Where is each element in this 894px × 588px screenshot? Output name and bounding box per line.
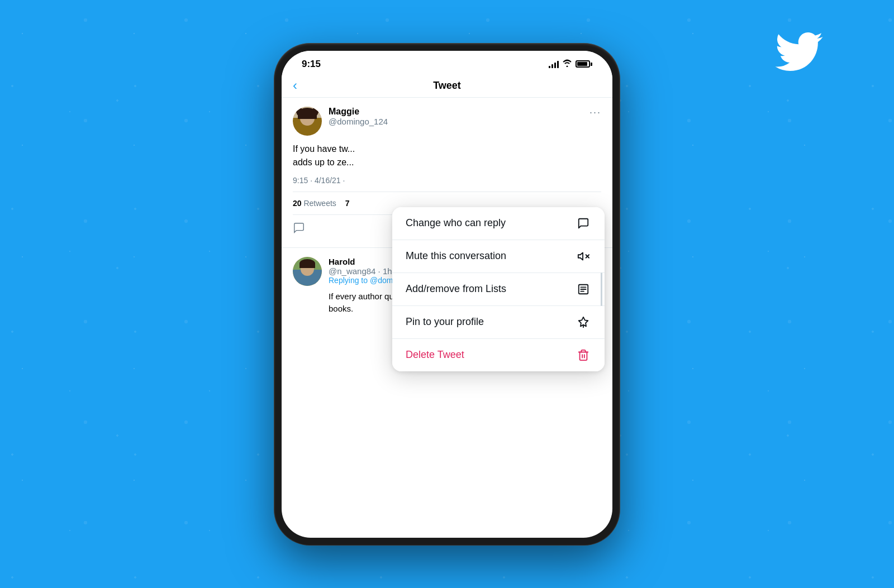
tweet-meta: 9:15 · 4/16/21 · <box>293 176 601 192</box>
likes-stat: 7 <box>345 199 350 208</box>
user-name: Maggie <box>329 107 583 117</box>
tweet-header: Maggie @domingo_124 ··· <box>293 107 601 136</box>
back-button[interactable]: ‹ <box>293 78 297 93</box>
user-info: Maggie @domingo_124 <box>329 107 583 126</box>
twitter-logo <box>771 28 827 75</box>
phone-case: 9:15 <box>274 43 620 546</box>
mute-conversation-menu-item[interactable]: Mute this conversation <box>392 240 605 273</box>
add-remove-lists-label: Add/remove from Lists <box>406 283 506 295</box>
page-title: Tweet <box>433 80 461 92</box>
add-remove-lists-menu-item[interactable]: Add/remove from Lists <box>392 273 605 306</box>
avatar <box>293 107 322 136</box>
battery-icon <box>576 60 592 68</box>
retweets-stat: 20 Retweets <box>293 199 336 208</box>
reply-icon <box>576 217 591 230</box>
list-icon <box>576 283 591 295</box>
pin-icon <box>576 316 591 328</box>
mute-conversation-label: Mute this conversation <box>406 250 506 262</box>
status-bar: 9:15 <box>282 51 612 74</box>
phone-device: 9:15 <box>274 43 620 546</box>
status-time: 9:15 <box>302 59 321 70</box>
context-menu: Change who can reply Mute this conversat… <box>392 207 605 371</box>
more-button[interactable]: ··· <box>589 107 601 118</box>
delete-tweet-label: Delete Tweet <box>406 349 464 361</box>
change-reply-menu-item[interactable]: Change who can reply <box>392 207 605 240</box>
navigation-bar: ‹ Tweet <box>282 74 612 98</box>
reply-action-button[interactable] <box>293 222 305 234</box>
pin-profile-label: Pin to your profile <box>406 316 484 328</box>
mute-icon <box>576 250 591 262</box>
svg-marker-0 <box>578 252 583 260</box>
delete-tweet-menu-item[interactable]: Delete Tweet <box>392 339 605 371</box>
phone-screen: 9:15 <box>282 51 612 538</box>
user-handle: @domingo_124 <box>329 117 583 126</box>
status-icons <box>549 59 592 69</box>
signal-icon <box>549 60 559 68</box>
wifi-icon <box>562 59 572 69</box>
pin-profile-menu-item[interactable]: Pin to your profile <box>392 306 605 339</box>
reply-avatar <box>293 257 322 286</box>
trash-icon <box>576 349 591 361</box>
change-reply-label: Change who can reply <box>406 217 506 229</box>
tweet-text: If you have tw...adds up to ze... <box>293 142 601 169</box>
